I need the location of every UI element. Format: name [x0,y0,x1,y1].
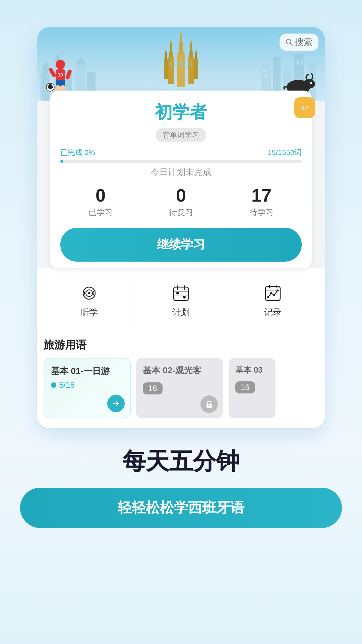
svg-marker-6 [165,47,167,59]
stat-review-label: 待复习 [169,207,193,218]
progress-bar-bg [60,160,302,163]
features-row: 听学 计划 [44,274,318,328]
course-card-3[interactable]: 基本 03 16 [229,358,276,418]
course-card-2[interactable]: 基本 02-观光客 16 [136,358,223,418]
svg-rect-29 [263,74,265,78]
feature-record-label: 记录 [264,307,282,318]
svg-rect-5 [188,57,194,84]
course-card-3-count: 16 [235,381,255,393]
header-image: 10 [37,27,325,101]
course-card-1-arrow[interactable] [107,395,125,412]
svg-rect-9 [194,59,198,79]
progress-right-label: 15/1550词 [267,148,302,158]
svg-point-46 [310,82,312,84]
cathedral-icon [147,27,215,101]
stat-review-number: 0 [169,185,193,206]
course-card-2-lock [200,395,218,413]
svg-rect-1 [177,54,185,87]
svg-point-45 [303,79,315,89]
svg-point-63 [183,296,186,299]
progress-bar-fill [60,160,63,163]
feature-plan-label: 计划 [172,307,190,318]
course-card-3-title: 基本 03 [235,365,269,375]
svg-rect-64 [265,286,280,301]
svg-marker-2 [169,37,173,57]
progress-area: 已完成 0% 15/1550词 [60,148,302,163]
svg-point-73 [208,405,210,406]
course-card-1-count: 5/16 [59,380,75,390]
stats-row: 0 已学习 0 待复习 17 待学习 [60,185,302,218]
feature-listen[interactable]: 听学 [44,274,135,328]
lock-icon [205,400,214,409]
search-icon [286,39,293,46]
arrow-right-icon [112,399,120,408]
bottom-cta-button[interactable]: 轻轻松松学西班牙语 [20,488,342,528]
svg-point-68 [273,294,275,296]
progress-left-label: 已完成 0% [60,148,95,158]
svg-point-67 [270,292,272,294]
svg-rect-36 [56,80,65,86]
badge-row: 背单词学习 [60,128,302,142]
course-card-1-progress: 5/16 [51,380,123,390]
svg-point-69 [277,289,279,291]
svg-rect-3 [168,57,174,84]
bottom-section: 每天五分钟 轻轻松松学西班牙语 [0,428,362,548]
svg-marker-0 [178,29,184,54]
stat-pending-label: 待学习 [249,207,274,218]
svg-rect-42 [65,69,72,80]
svg-rect-27 [263,69,265,72]
svg-rect-10 [179,60,183,66]
svg-line-52 [290,43,292,45]
app-screenshot: 10 [37,27,325,428]
continue-button[interactable]: 继续学习 [60,228,302,262]
plan-icon [171,283,191,303]
course-card-1[interactable]: 基本 01-一日游 5/16 [44,358,131,418]
course-cards-row: 基本 01-一日游 5/16 基本 02-观光客 16 [37,358,325,428]
svg-point-33 [56,60,65,69]
stat-review: 0 待复习 [169,185,193,218]
plan-status: 今日计划未完成 [60,166,302,178]
feature-record[interactable]: 记录 [227,274,318,328]
search-button[interactable]: 搜索 [280,34,318,51]
svg-rect-7 [164,59,168,79]
svg-text:10: 10 [58,72,63,77]
svg-rect-32 [301,60,303,65]
vocab-badge: 背单词学习 [156,128,206,142]
svg-rect-28 [265,69,267,72]
stat-learned-label: 已学习 [88,207,113,218]
chart-icon [263,283,283,303]
svg-marker-4 [189,37,193,57]
main-card: ↩ 初学者 背单词学习 已完成 0% 15/1550词 今日计划未完成 [50,91,312,268]
svg-marker-21 [76,57,86,64]
headphone-icon [79,283,99,303]
card-title: 初学者 [60,101,302,124]
svg-point-62 [176,292,179,294]
svg-rect-11 [170,62,172,66]
progress-labels: 已完成 0% 15/1550词 [60,148,302,158]
stat-learned-number: 0 [88,185,113,206]
feature-plan[interactable]: 计划 [135,274,227,328]
stat-pending-number: 17 [249,185,274,206]
bottom-title: 每天五分钟 [20,448,342,474]
svg-rect-31 [296,60,299,65]
back-icon: ↩ [301,102,309,113]
svg-rect-30 [265,74,267,78]
back-button[interactable]: ↩ [294,97,315,118]
feature-listen-label: 听学 [80,307,98,318]
stat-pending: 17 待学习 [249,185,274,218]
svg-point-66 [267,296,269,298]
svg-rect-41 [48,67,57,78]
svg-rect-12 [190,62,192,66]
search-label: 搜索 [295,36,312,48]
stat-learned: 0 已学习 [88,185,113,218]
course-card-2-count: 16 [143,382,163,394]
svg-point-55 [88,292,90,294]
progress-dot-icon [51,382,56,388]
section-title: 旅游用语 [44,338,318,353]
svg-marker-8 [195,47,197,59]
course-card-2-title: 基本 02-观光客 [143,365,217,376]
course-card-1-title: 基本 01-一日游 [51,365,123,377]
